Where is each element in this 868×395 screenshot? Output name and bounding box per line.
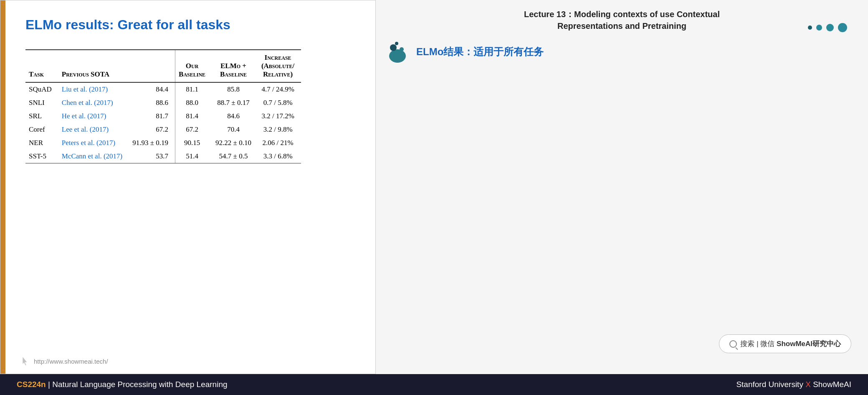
cell-sota: 67.2 [129, 123, 175, 136]
search-icon [729, 340, 737, 348]
col-header-previous-sota: Previous SOTA [58, 50, 175, 82]
table-row: SNLI Chen et al. (2017) 88.6 88.0 88.7 ±… [25, 96, 301, 110]
search-box[interactable]: 搜索 | 微信 ShowMeAI研究中心 [719, 334, 851, 353]
table-row: Coref Lee et al. (2017) 67.2 67.2 70.4 3… [25, 123, 301, 136]
cell-task: SQuAD [25, 82, 58, 96]
cell-our: 67.2 [175, 123, 213, 136]
col-header-elmo-baseline: ELMo +Baseline [212, 50, 258, 82]
cell-increase: 3.3 / 6.8% [258, 150, 301, 163]
cell-our: 90.15 [175, 136, 213, 150]
cell-elmo: 84.6 [212, 110, 258, 123]
footer-university: Stanford University [736, 380, 803, 389]
table-row: SQuAD Liu et al. (2017) 84.4 81.1 85.8 4… [25, 82, 301, 96]
cell-elmo: 92.22 ± 0.10 [212, 136, 258, 150]
cell-elmo: 70.4 [212, 123, 258, 136]
results-table: Task Previous SOTA OurBaseline ELMo +Bas… [25, 49, 301, 163]
elmo-icon [388, 40, 411, 63]
footer-x: X [803, 380, 813, 389]
decor-dot-4 [838, 23, 847, 32]
search-label: 搜索 | 微信 ShowMeAI研究中心 [740, 339, 841, 349]
cell-sota: 84.4 [129, 82, 175, 96]
cell-task: SST-5 [25, 150, 58, 163]
table-row: SRL He et al. (2017) 81.7 81.4 84.6 3.2 … [25, 110, 301, 123]
cell-sota: 88.6 [129, 96, 175, 110]
svg-point-1 [390, 44, 397, 51]
cell-elmo: 88.7 ± 0.17 [212, 96, 258, 110]
elmo-row: ELMo结果：适用于所有任务 [388, 40, 855, 63]
cell-our: 51.4 [175, 150, 213, 163]
cell-our: 81.1 [175, 82, 213, 96]
col-header-our-baseline: OurBaseline [175, 50, 213, 82]
slide-accent-bar [0, 0, 5, 374]
lecture-title: Lecture 13：Modeling contexts of use Cont… [388, 8, 855, 32]
col-header-increase: Increase(Absolute/Relative) [258, 50, 301, 82]
cell-our: 88.0 [175, 96, 213, 110]
cell-sota: 91.93 ± 0.19 [129, 136, 175, 150]
table-row: NER Peters et al. (2017) 91.93 ± 0.19 90… [25, 136, 301, 150]
cell-increase: 3.2 / 9.8% [258, 123, 301, 136]
table-row: SST-5 McCann et al. (2017) 53.7 51.4 54.… [25, 150, 301, 163]
cell-increase: 3.2 / 17.2% [258, 110, 301, 123]
elmo-chinese-title: ELMo结果：适用于所有任务 [416, 45, 544, 59]
footer-url: http://www.showmeai.tech/ [34, 358, 108, 365]
cell-sota: 81.7 [129, 110, 175, 123]
cell-increase: 0.7 / 5.8% [258, 96, 301, 110]
cell-task: SNLI [25, 96, 58, 110]
cell-elmo: 85.8 [212, 82, 258, 96]
col-header-task: Task [25, 50, 58, 82]
footer-bar: CS224n | Natural Language Processing wit… [0, 374, 868, 395]
cell-task: NER [25, 136, 58, 150]
cell-ref: Peters et al. (2017) [58, 136, 129, 150]
cell-task: Coref [25, 123, 58, 136]
cell-increase: 2.06 / 21% [258, 136, 301, 150]
svg-point-0 [389, 49, 406, 63]
cell-increase: 4.7 / 24.9% [258, 82, 301, 96]
cell-sota: 53.7 [129, 150, 175, 163]
decor-dot-1 [808, 25, 812, 30]
svg-point-2 [400, 47, 404, 51]
decor-dot-3 [826, 24, 834, 31]
cell-our: 81.4 [175, 110, 213, 123]
cell-elmo: 54.7 ± 0.5 [212, 150, 258, 163]
cell-ref: McCann et al. (2017) [58, 150, 129, 163]
cursor-icon [21, 357, 30, 365]
cell-ref: Chen et al. (2017) [58, 96, 129, 110]
right-panel: Lecture 13：Modeling contexts of use Cont… [376, 0, 868, 374]
footer-showmeai: ShowMeAI [813, 380, 851, 389]
footer-desc: | Natural Language Processing with Deep … [46, 380, 228, 389]
slide-panel: ELMo results: Great for all tasks Task P… [0, 0, 376, 374]
footer-brand: CS224n [17, 380, 46, 389]
cell-task: SRL [25, 110, 58, 123]
footer-left: CS224n | Natural Language Processing wit… [17, 380, 228, 389]
cell-ref: Liu et al. (2017) [58, 82, 129, 96]
svg-point-3 [395, 42, 398, 45]
footer-right: Stanford University X ShowMeAI [736, 380, 851, 389]
slide-footer: http://www.showmeai.tech/ [21, 357, 108, 365]
cell-ref: Lee et al. (2017) [58, 123, 129, 136]
decor-dot-2 [816, 25, 822, 31]
cell-ref: He et al. (2017) [58, 110, 129, 123]
slide-title: ELMo results: Great for all tasks [25, 17, 354, 33]
